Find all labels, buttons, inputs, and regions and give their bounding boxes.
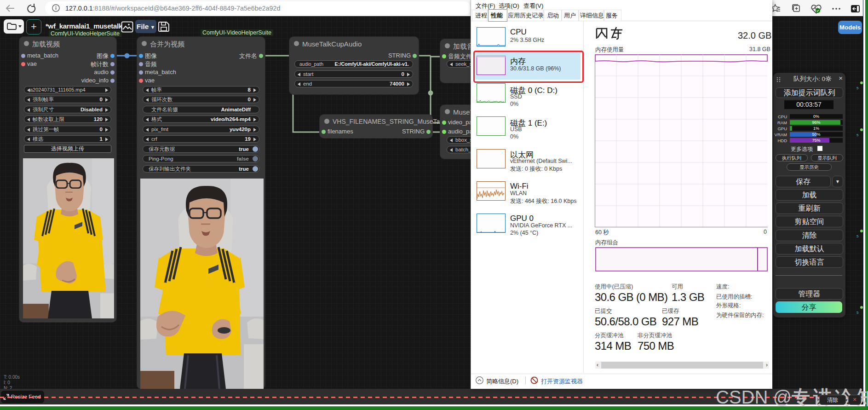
svg-text:5: 5 <box>857 86 859 90</box>
svg-text:5: 5 <box>857 234 859 238</box>
svg-text:5: 5 <box>857 311 859 315</box>
svg-text:5: 5 <box>857 133 859 137</box>
